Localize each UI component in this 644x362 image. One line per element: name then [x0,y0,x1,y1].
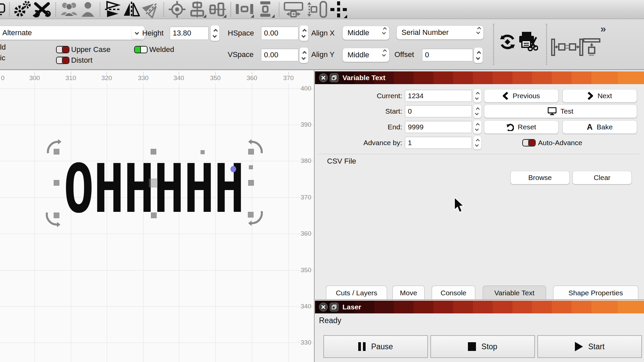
start-input[interactable]: 0 [405,105,472,117]
vspace-input[interactable]: 0.00 [261,49,299,61]
resize-width-icon[interactable] [282,1,305,18]
bake-button[interactable]: A Bake [562,120,637,134]
selection-handle-mid-left[interactable] [54,180,59,186]
rotation-point[interactable] [230,166,236,172]
pull-right-icon[interactable] [567,39,584,57]
auto-advance-toggle[interactable] [522,139,536,146]
distribute-horizontal-icon[interactable] [234,1,255,18]
vspace-stepper[interactable] [300,48,308,63]
distort-toggle[interactable] [56,57,69,64]
selection-handle-top-middle[interactable] [151,149,156,155]
tab-shape-properties[interactable]: Shape Properties [553,286,638,300]
tab-move[interactable]: Move [392,286,425,300]
float-panel-icon[interactable] [330,73,338,82]
flip-horizontal-icon[interactable] [122,1,141,18]
ruler-label-h: 330 [138,74,149,82]
tab-variable-text[interactable]: Variable Text [483,286,546,300]
ruler-label-h: 340 [173,74,184,82]
end-input[interactable]: 9999 [405,121,472,133]
selection-handle-mid-right[interactable] [248,180,254,186]
rotate-handle-top-left[interactable] [45,138,62,159]
tab-label: Shape Properties [569,289,623,297]
align-y-select[interactable]: Middle [342,48,389,62]
align-x-select[interactable]: Middle [342,26,389,40]
height-stepper[interactable] [211,25,219,41]
align-centers-horizontal-icon[interactable] [207,1,227,18]
selection-handle-bottom-middle[interactable] [151,213,157,218]
laser-titlebar: Laser [315,301,644,313]
ruler-label-v: 380 [297,157,311,165]
welded-toggle[interactable] [134,46,148,53]
flip-diagonal-icon[interactable] [141,1,160,18]
selected-text-object[interactable]: OHHHHH [64,155,244,222]
selection-handle-top-right[interactable] [248,149,254,155]
align-centers-vertical-icon[interactable] [187,1,207,18]
hspace-label: HSpace [228,26,254,40]
selection-handle-bottom-right[interactable] [248,212,254,218]
pull-up-icon[interactable] [583,38,600,58]
end-label: End: [335,121,402,133]
align-x-value: Middle [347,28,369,37]
end-stepper[interactable] [473,120,481,134]
toolbar-overflow-chevrons[interactable]: » [600,23,605,35]
tab-label: Variable Text [494,289,534,297]
current-stepper[interactable] [473,89,481,103]
start-button[interactable]: Start [537,335,642,358]
separator [55,2,56,16]
previous-button[interactable]: Previous [484,89,558,103]
font-select[interactable]: Alternate [0,26,145,40]
pause-button[interactable]: Pause [323,335,428,358]
tall-rect-icon[interactable] [318,1,329,18]
advance-by-stepper[interactable] [473,136,481,149]
close-icon[interactable] [319,73,328,82]
chevron-down-icon[interactable] [131,27,143,39]
chevron-left-icon [502,92,508,100]
advance-by-label: Advance by: [322,136,402,149]
resize-height-icon[interactable] [305,1,318,18]
window-icon[interactable] [0,1,6,18]
tab-console[interactable]: Console [432,286,475,300]
height-input[interactable]: 13.80 [170,26,209,40]
distribute-vertical-icon[interactable] [255,1,276,18]
hspace-stepper[interactable] [300,25,308,41]
selection-handle-right-aux[interactable] [249,165,253,169]
pull-left-icon[interactable] [551,39,568,57]
float-panel-icon[interactable] [330,303,338,311]
current-input[interactable]: 1234 [405,90,472,102]
print-and-cut-icon[interactable] [518,31,538,53]
tools-icon[interactable] [32,1,52,18]
clear-button[interactable]: Clear [573,171,632,184]
settings-gears-icon[interactable] [13,1,32,18]
stop-button[interactable]: Stop [430,335,535,358]
vspace-label: VSpace [228,48,254,61]
flip-vertical-icon[interactable] [103,1,122,18]
offset-input[interactable]: 0 [422,49,473,61]
browse-button[interactable]: Browse [511,171,570,184]
attribute-select[interactable]: Serial Number [396,25,484,40]
csv-file-label: CSV File [327,157,356,166]
selection-handle-top-left[interactable] [54,149,59,155]
start-stepper[interactable] [473,105,481,118]
selection-handle-center[interactable] [149,179,158,187]
user-group-icon[interactable] [59,1,79,18]
hspace-input[interactable]: 0.00 [261,26,299,40]
offset-stepper[interactable] [474,48,483,63]
reset-button-label: Reset [518,123,536,131]
separator [493,24,494,65]
tab-cuts-layers[interactable]: Cuts / Layers [326,286,387,300]
design-canvas[interactable]: 0 300 310 320 330 340 350 360 370 400 39… [0,70,315,362]
position-cross-icon[interactable] [329,1,348,18]
refresh-icon[interactable] [498,33,517,53]
focus-target-icon[interactable] [167,1,187,18]
reset-button[interactable]: Reset [484,120,558,134]
user-icon[interactable] [79,1,97,18]
upper-case-toggle[interactable] [56,46,69,53]
selection-handle-bottom-left[interactable] [54,213,59,218]
panel-title: Variable Text [342,71,385,84]
selection-handle-top-aux[interactable] [201,150,205,154]
laser-status: Ready [319,316,341,325]
close-icon[interactable] [319,303,328,311]
advance-by-input[interactable]: 1 [405,137,472,149]
test-button[interactable]: Test [484,105,637,118]
next-button[interactable]: Next [562,89,637,103]
